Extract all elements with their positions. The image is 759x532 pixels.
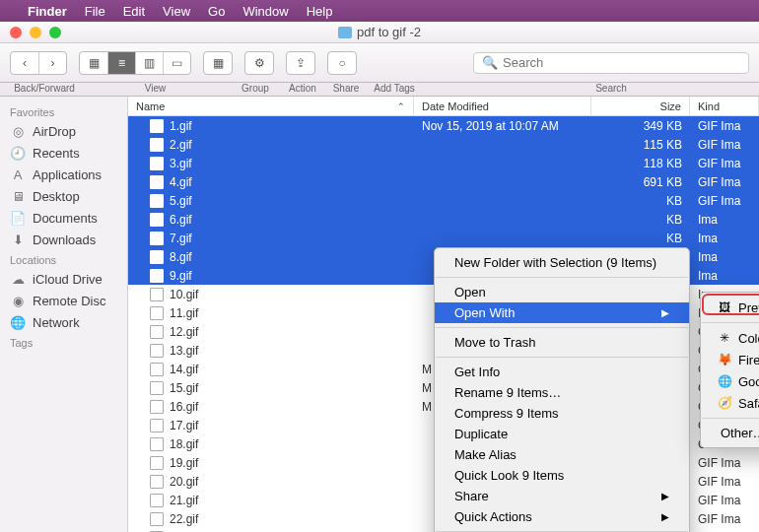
minimize-icon[interactable] bbox=[30, 27, 41, 38]
app-icon: 🌐 bbox=[717, 373, 732, 389]
context-menu-item[interactable]: Quick Actions▶ bbox=[435, 506, 689, 527]
open-with-item[interactable]: 🖼Preview (default) bbox=[701, 297, 759, 318]
menu-file[interactable]: File bbox=[85, 4, 105, 19]
context-menu-label: Get Info bbox=[454, 365, 500, 379]
table-row[interactable]: 7.gifKBIma bbox=[128, 229, 759, 247]
table-row[interactable]: 6.gifKBIma bbox=[128, 210, 759, 229]
table-row[interactable]: 5.gifKBGIF Ima bbox=[128, 191, 759, 210]
table-row[interactable]: 4.gif691 KBGIF Ima bbox=[128, 172, 759, 191]
sidebar-item[interactable]: 🕘Recents bbox=[0, 142, 127, 164]
open-with-item[interactable]: Other… bbox=[701, 423, 759, 443]
sidebar-item-label: Desktop bbox=[33, 189, 80, 204]
label-group: Group bbox=[232, 83, 279, 96]
open-with-item[interactable]: 🦊Firefox bbox=[701, 349, 759, 370]
sidebar-item-label: Remote Disc bbox=[33, 294, 105, 308]
col-size[interactable]: Size bbox=[591, 97, 690, 115]
file-name: 17.gif bbox=[170, 419, 198, 432]
context-menu-item[interactable]: Quick Look 9 Items bbox=[435, 465, 689, 486]
maximize-icon[interactable] bbox=[49, 27, 61, 38]
context-menu-label: Share bbox=[454, 489, 489, 503]
menu-finder[interactable]: Finder bbox=[28, 4, 67, 19]
menu-go[interactable]: Go bbox=[208, 4, 225, 19]
search-input[interactable] bbox=[498, 55, 740, 70]
context-menu-item[interactable]: New Folder with Selection (9 Items) bbox=[435, 252, 689, 273]
sidebar-item[interactable]: ☁iCloud Drive bbox=[0, 268, 127, 290]
search-box[interactable]: 🔍 bbox=[473, 52, 749, 74]
app-icon: ✳ bbox=[717, 330, 732, 346]
sidebar-item[interactable]: ◉Remote Disc bbox=[0, 290, 127, 311]
menu-view[interactable]: View bbox=[163, 4, 190, 19]
menu-help[interactable]: Help bbox=[307, 4, 333, 19]
sidebar-item[interactable]: AApplications bbox=[0, 164, 127, 185]
back-forward-group: ‹ › bbox=[10, 51, 67, 75]
file-kind: GIF Ima bbox=[690, 119, 759, 133]
context-menu-item[interactable]: Share▶ bbox=[435, 486, 689, 506]
col-name[interactable]: Name⌃ bbox=[128, 97, 414, 115]
share-button[interactable]: ⇪ bbox=[286, 51, 315, 75]
file-name: 6.gif bbox=[170, 213, 192, 227]
file-name: 21.gif bbox=[170, 494, 198, 507]
file-size: 118 KB bbox=[591, 157, 690, 170]
col-date[interactable]: Date Modified bbox=[414, 97, 591, 115]
list-view-button[interactable]: ≡ bbox=[107, 52, 135, 74]
file-name: 10.gif bbox=[170, 288, 198, 301]
open-with-label: Safari bbox=[738, 396, 759, 411]
context-menu-item[interactable]: Move to Trash bbox=[435, 332, 689, 353]
back-button[interactable]: ‹ bbox=[11, 52, 38, 74]
col-kind[interactable]: Kind bbox=[690, 97, 759, 115]
menu-window[interactable]: Window bbox=[242, 4, 288, 19]
context-menu-item[interactable]: Rename 9 Items… bbox=[435, 382, 689, 403]
action-button[interactable]: ⚙ bbox=[244, 51, 274, 75]
file-kind: GIF Ima bbox=[690, 494, 759, 507]
context-menu-item[interactable]: Duplicate bbox=[435, 424, 689, 444]
file-name: 18.gif bbox=[170, 437, 198, 451]
group-button[interactable]: ▦ bbox=[203, 51, 233, 75]
sidebar-item-icon: 🌐 bbox=[10, 314, 26, 330]
traffic-lights bbox=[10, 27, 61, 38]
context-menu-item[interactable]: Make Alias bbox=[435, 444, 689, 465]
menu-edit[interactable]: Edit bbox=[123, 4, 145, 19]
sidebar-item[interactable]: 🖥Desktop bbox=[0, 185, 127, 207]
sidebar-item-icon: ☁ bbox=[10, 271, 26, 287]
add-tags-button[interactable]: ○ bbox=[327, 51, 357, 75]
sidebar-item[interactable]: 📄Documents bbox=[0, 207, 127, 229]
table-row[interactable]: 1.gifNov 15, 2019 at 10:07 AM349 KBGIF I… bbox=[128, 116, 759, 135]
close-icon[interactable] bbox=[10, 27, 22, 38]
file-icon bbox=[150, 363, 164, 376]
file-size: 349 KB bbox=[591, 119, 690, 133]
toolbar: ‹ › ▦ ≡ ▥ ▭ ▦ ⚙ ⇪ ○ 🔍 bbox=[0, 43, 759, 83]
toolbar-labels: Back/Forward View Group Action Share Add… bbox=[0, 83, 759, 97]
file-name: 7.gif bbox=[170, 232, 192, 245]
icon-view-button[interactable]: ▦ bbox=[80, 52, 107, 74]
file-kind: Ima bbox=[690, 269, 759, 283]
file-kind: Ima bbox=[690, 250, 759, 264]
forward-button[interactable]: › bbox=[38, 52, 66, 74]
sidebar-item[interactable]: ◎AirDrop bbox=[0, 120, 127, 142]
context-menu-item[interactable]: Open bbox=[435, 282, 689, 302]
column-view-button[interactable]: ▥ bbox=[135, 52, 163, 74]
file-icon bbox=[150, 400, 164, 414]
sidebar-item-icon: ◉ bbox=[10, 293, 26, 308]
file-icon bbox=[150, 250, 164, 264]
context-menu-item[interactable]: Get Info bbox=[435, 362, 689, 382]
context-menu-label: Quick Actions bbox=[454, 509, 532, 524]
file-name: 5.gif bbox=[170, 194, 192, 208]
file-icon bbox=[150, 157, 164, 170]
file-icon bbox=[150, 381, 164, 395]
context-menu-item[interactable]: Compress 9 Items bbox=[435, 403, 689, 424]
context-menu-item[interactable]: Open With▶ bbox=[435, 302, 689, 323]
sidebar-item-label: Network bbox=[33, 315, 80, 330]
table-row[interactable]: 2.gif115 KBGIF Ima bbox=[128, 135, 759, 154]
file-kind: GIF Ima bbox=[690, 512, 759, 526]
open-with-item[interactable]: 🧭Safari bbox=[701, 392, 759, 414]
sidebar-item[interactable]: ⬇Downloads bbox=[0, 229, 127, 250]
file-kind: GIF Ima bbox=[690, 194, 759, 208]
sidebar-item[interactable]: 🌐Network bbox=[0, 311, 127, 333]
sidebar-item-label: Documents bbox=[33, 211, 98, 226]
open-with-item[interactable]: ✳ColorSync Utility bbox=[701, 327, 759, 349]
gallery-view-button[interactable]: ▭ bbox=[163, 52, 190, 74]
sidebar-item-icon: 🕘 bbox=[10, 145, 26, 161]
app-icon: 🖼 bbox=[717, 299, 732, 315]
open-with-item[interactable]: 🌐Google Chrome bbox=[701, 370, 759, 392]
table-row[interactable]: 3.gif118 KBGIF Ima bbox=[128, 154, 759, 172]
